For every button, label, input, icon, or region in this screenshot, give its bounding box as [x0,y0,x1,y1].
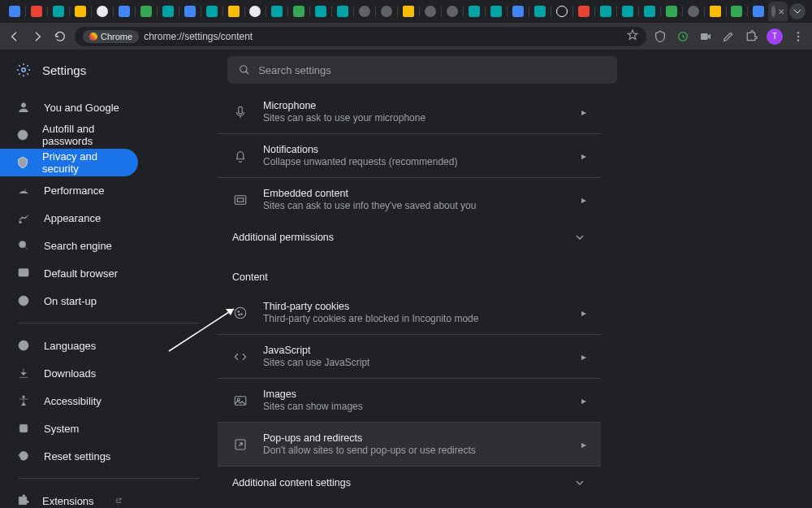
row-subtitle: Sites can ask to use your microphone [263,112,581,124]
back-button[interactable] [6,28,23,45]
setting-row-embedded-content[interactable]: Embedded contentSites can ask to use inf… [218,177,601,221]
tab[interactable] [443,3,462,20]
appearance-icon [16,211,31,225]
tab[interactable] [202,3,222,20]
pen-icon[interactable] [721,29,736,44]
sidebar-item-appearance[interactable]: Appearance [0,204,138,232]
tab[interactable] [464,3,484,20]
tab[interactable] [596,3,615,20]
sidebar-item-reset-settings[interactable]: Reset settings [0,442,138,470]
sidebar-item-label: On start-up [44,295,97,307]
tab[interactable] [289,3,309,20]
tab[interactable] [245,3,265,20]
tab[interactable] [377,3,396,20]
kebab-menu-icon[interactable] [791,29,806,44]
setting-row-microphone[interactable]: MicrophoneSites can ask to use your micr… [218,90,601,133]
sidebar-item-accessibility[interactable]: Accessibility [0,387,138,415]
row-title: Microphone [263,100,581,111]
sidebar-item-autofill-and-passwords[interactable]: Autofill and passwords [0,121,138,149]
content-panel: MicrophoneSites can ask to use your micr… [218,90,812,508]
search-icon [239,64,250,76]
tab[interactable] [662,3,681,20]
tab[interactable] [749,3,768,20]
tab[interactable] [574,3,594,20]
tab[interactable] [640,3,659,20]
sidebar-item-extensions[interactable]: Extensions [0,487,138,508]
system-icon [16,421,31,436]
tab[interactable] [71,3,90,20]
chevron-right-icon: ▸ [581,307,586,319]
sidebar-item-performance[interactable]: Performance [0,176,138,204]
profile-avatar[interactable]: T [767,28,783,45]
chevron-right-icon: ▸ [581,395,586,406]
bookmark-star-icon[interactable] [627,29,638,44]
person-icon [16,100,31,115]
chevron-down-icon [573,476,586,489]
sidebar-item-on-start-up[interactable]: On start-up [0,287,138,315]
address-bar[interactable]: Chrome chrome://settings/content [75,27,646,46]
image-icon [232,393,248,409]
setting-row-third-party-cookies[interactable]: Third-party cookiesThird-party cookies a… [218,291,601,334]
tab[interactable] [684,3,703,20]
tab[interactable] [136,3,156,20]
tab[interactable] [27,3,46,20]
sidebar-item-downloads[interactable]: Downloads [0,359,138,387]
svg-point-11 [19,221,22,224]
row-title: Third-party cookies [263,301,581,312]
tab[interactable] [530,3,550,20]
tab[interactable] [706,3,725,20]
refresh-ext-icon[interactable] [676,29,690,44]
svg-rect-21 [22,427,25,430]
tab[interactable] [355,3,374,20]
sidebar-item-privacy-and-security[interactable]: Privacy and security [0,149,138,176]
tab[interactable] [49,3,68,20]
tab[interactable] [727,3,746,20]
tab-overflow-button[interactable] [789,3,806,20]
tab[interactable] [421,3,440,20]
svg-rect-26 [237,198,244,202]
tab[interactable] [224,3,244,20]
svg-point-30 [239,314,240,315]
site-chip[interactable]: Chrome [83,30,139,43]
toolbar-right: T [653,28,806,45]
tab[interactable] [267,3,287,20]
setting-row-javascript[interactable]: JavaScriptSites can use JavaScript▸ [218,334,601,378]
tab[interactable] [114,3,134,20]
row-title: Embedded content [263,188,581,199]
content-section-title: Content [218,254,601,291]
tab[interactable] [158,3,178,20]
tab[interactable] [311,3,330,20]
setting-row-notifications[interactable]: NotificationsCollapse unwanted requests … [218,133,601,177]
tab[interactable] [180,3,200,20]
sidebar-item-you-and-google[interactable]: You and Google [0,93,138,121]
sidebar-item-search-engine[interactable]: Search engine [0,232,138,259]
tab[interactable] [552,3,572,20]
tab[interactable] [618,3,637,20]
sidebar-item-default-browser[interactable]: Default browser [0,259,138,287]
settings-search[interactable]: Search settings [227,56,617,84]
reload-button[interactable] [52,28,68,45]
setting-row-images[interactable]: ImagesSites can show images▸ [218,378,601,422]
sidebar-item-system[interactable]: System [0,415,138,442]
tab[interactable] [5,3,24,20]
row-title: Notifications [263,144,581,155]
tab[interactable] [399,3,418,20]
forward-button[interactable] [29,28,45,45]
tab[interactable] [508,3,528,20]
puzzle-icon[interactable] [744,29,758,44]
video-icon[interactable] [698,29,713,44]
svg-point-29 [241,313,243,315]
close-tab-icon[interactable]: ✕ [778,7,784,16]
shield-icon[interactable] [653,29,667,44]
additional-permissions-row[interactable]: Additional permissions [218,221,601,254]
page-title: Settings [42,63,86,77]
tab[interactable] [93,3,112,20]
setting-row-pop-ups-and-redirects[interactable]: Pop-ups and redirectsDon't allow sites t… [218,422,601,466]
additional-content-row[interactable]: Additional content settings [218,466,601,499]
tab-active-settings[interactable]: ✕ [768,2,788,21]
bell-icon [232,148,248,164]
tab[interactable] [486,3,506,20]
tab[interactable] [333,3,352,20]
sidebar-item-languages[interactable]: Languages [0,332,138,359]
row-subtitle: Collapse unwanted requests (recommended) [263,156,581,167]
